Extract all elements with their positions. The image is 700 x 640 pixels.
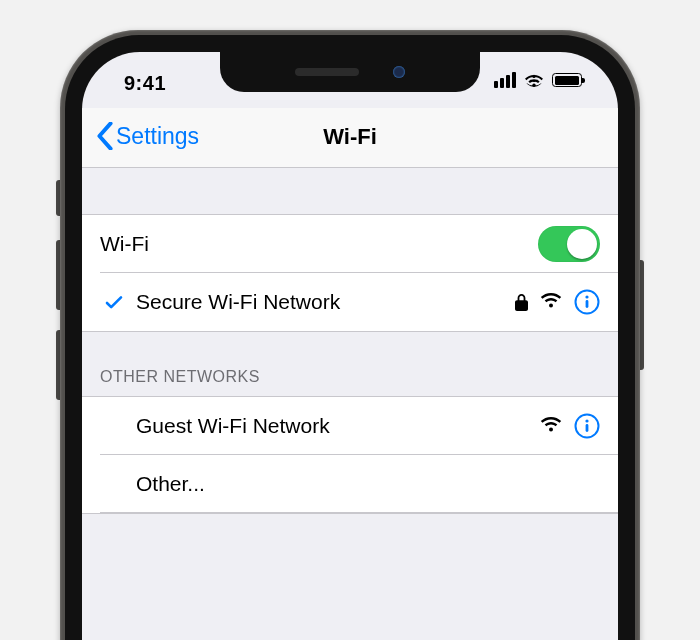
network-name: Guest Wi-Fi Network [136,414,540,438]
screen: 9:41 Settings Wi-Fi Wi-Fi [82,52,618,640]
other-network-row[interactable]: Other... [82,455,618,513]
wifi-group: Wi-Fi Secure Wi-Fi Network [82,214,618,332]
cellular-signal-icon [494,72,516,88]
other-networks-header: OTHER NETWORKS [82,332,618,396]
battery-icon [552,73,582,87]
checkmark-icon [100,292,128,312]
side-button [640,260,644,370]
svg-point-1 [549,304,553,308]
front-camera [393,66,405,78]
svg-rect-8 [586,424,589,432]
nav-bar: Settings Wi-Fi [82,108,618,168]
connected-network-row[interactable]: Secure Wi-Fi Network [82,273,618,331]
wifi-signal-icon [540,414,562,438]
phone-frame: 9:41 Settings Wi-Fi Wi-Fi [60,30,640,640]
wifi-toggle-label: Wi-Fi [100,232,538,256]
svg-point-3 [585,295,588,298]
section-spacer [82,168,618,214]
wifi-status-icon [524,73,544,88]
connected-network-name: Secure Wi-Fi Network [136,290,515,314]
wifi-toggle-row[interactable]: Wi-Fi [82,215,618,273]
page-title: Wi-Fi [82,124,618,150]
speaker-grille [295,68,359,76]
info-button[interactable] [574,289,600,315]
other-networks-group: Guest Wi-Fi Network Other... [82,396,618,514]
lock-icon [515,294,528,311]
svg-point-5 [549,428,553,432]
svg-point-7 [585,419,588,422]
notch [220,52,480,92]
network-row[interactable]: Guest Wi-Fi Network [82,397,618,455]
wifi-toggle[interactable] [538,226,600,262]
other-label: Other... [136,472,600,496]
info-button[interactable] [574,413,600,439]
svg-rect-4 [586,300,589,308]
status-time: 9:41 [124,72,166,95]
svg-point-0 [532,83,535,86]
wifi-signal-icon [540,290,562,314]
